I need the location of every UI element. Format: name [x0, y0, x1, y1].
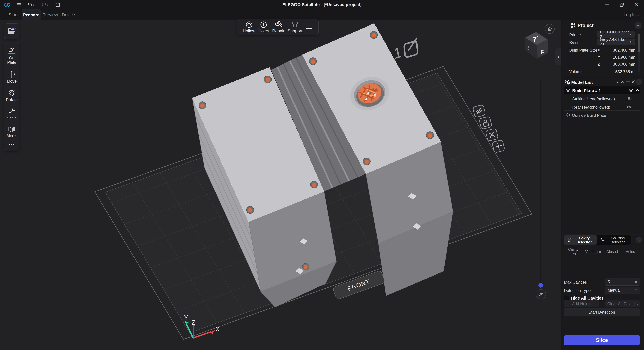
axis-z: Z: [598, 62, 600, 67]
outside-build-plate-row[interactable]: Outside Build Plate: [572, 113, 606, 118]
sidebar-item-scale[interactable]: Scale: [7, 108, 17, 120]
stepper-icon[interactable]: [635, 280, 637, 283]
model-list-icon: [565, 80, 570, 85]
hollow-button[interactable]: Hollow: [243, 21, 255, 33]
sort-icon: [599, 250, 602, 253]
axis-y-value: 161.980 mm: [613, 55, 635, 60]
more-dots-icon: [306, 28, 313, 29]
clipping-slider-handle[interactable]: [538, 283, 543, 288]
layers-icon: [566, 113, 570, 117]
orbit-cube-icon: [538, 292, 544, 297]
scale-icon: [8, 108, 16, 115]
sidebar-item-move[interactable]: Move: [7, 71, 17, 83]
minimize-button[interactable]: [604, 2, 610, 8]
max-cavities-input[interactable]: 5: [605, 278, 640, 285]
axis-y-label: Y: [184, 314, 188, 321]
import-model-button[interactable]: [4, 24, 20, 39]
detection-collapse-button[interactable]: [636, 237, 642, 243]
lock-plate-button[interactable]: [479, 116, 492, 129]
column-volume[interactable]: Volume: [585, 249, 602, 254]
slice-button[interactable]: Slice: [564, 335, 640, 345]
right-panel: Project Printer ELEGOO Jupiter 2▼ Resin …: [561, 21, 644, 350]
chevron-up-icon: [638, 239, 640, 241]
build-plate-row[interactable]: Build Plate # 1: [564, 86, 640, 94]
detection-type-value: Manual: [608, 288, 620, 293]
home-view-button[interactable]: [545, 24, 554, 34]
section-divider: [562, 234, 644, 234]
collapse-row-icon[interactable]: [636, 89, 640, 92]
model-item-striking-head[interactable]: Striking Head(hollowed): [572, 97, 615, 101]
detection-tab-bar: CavityDetection CollisionDetection: [564, 235, 631, 245]
tab-prepare[interactable]: Prepare: [22, 9, 41, 21]
model-list-add-button[interactable]: [626, 80, 630, 85]
layers-icon: [566, 88, 570, 93]
section-view-button[interactable]: [536, 289, 546, 299]
hollow-icon: [246, 21, 252, 28]
detection-type-label: Detection Type: [564, 288, 591, 293]
add-holes-button[interactable]: Add Holes: [564, 300, 599, 307]
tab-cavity-detection[interactable]: CavityDetection: [564, 235, 598, 245]
sidebar-item-more[interactable]: [8, 144, 16, 145]
volume-label: Volume: [569, 70, 582, 74]
plate-number: 1: [393, 44, 402, 62]
repair-icon: [275, 21, 282, 28]
cavity-icon: [567, 238, 571, 242]
tab-collision-detection[interactable]: CollisionDetection: [598, 235, 631, 245]
viewport-3d-scene[interactable]: 1: [0, 0, 644, 350]
tab-start[interactable]: Start: [5, 9, 21, 21]
eye-icon[interactable]: [626, 97, 632, 100]
minimize-icon: [605, 4, 608, 5]
scroll-down-icon[interactable]: ⌄: [638, 72, 640, 75]
detection-type-dropdown[interactable]: Manual▼: [605, 286, 640, 294]
build-plate-size-label: Build Plate Size: [569, 48, 598, 53]
holes-button[interactable]: Holes: [258, 21, 269, 33]
model-list-prev-button[interactable]: [616, 81, 620, 84]
max-cavities-label: Max Cavities: [564, 280, 587, 284]
repair-button[interactable]: Repair: [272, 21, 284, 33]
scrollbar-thumb[interactable]: [638, 34, 640, 52]
model-list-remove-button[interactable]: [631, 80, 635, 84]
build-plate-row-label: Build Plate # 1: [572, 88, 601, 93]
move-icon: [8, 71, 16, 78]
add-plate-button[interactable]: [492, 140, 505, 153]
sidebar-item-mirror[interactable]: Mirror: [6, 126, 17, 138]
axis-x-value: 302.400 mm: [613, 48, 635, 53]
eye-icon[interactable]: [626, 105, 632, 109]
resin-dropdown[interactable]: Grey ABS-Like 2.0▼: [597, 39, 635, 45]
chevron-up-icon: [637, 25, 640, 26]
chevron-down-icon: [616, 81, 620, 83]
model-list-collapse-button[interactable]: [636, 79, 642, 85]
clear-all-cavities-button[interactable]: Clear All Cavities: [605, 300, 640, 307]
support-button[interactable]: Support: [288, 21, 302, 33]
axis-x: X: [598, 48, 600, 53]
project-collapse-button[interactable]: [635, 22, 642, 29]
tab-preview[interactable]: Preview: [41, 9, 59, 21]
home-icon: [548, 27, 552, 31]
panel-collapse-handle[interactable]: ›: [556, 48, 562, 65]
scroll-up-icon[interactable]: ⌃: [638, 30, 640, 33]
hide-plate-button[interactable]: [472, 105, 486, 118]
mode-tab-bar: Start Prepare Preview Device Log In⌄: [0, 9, 644, 21]
plus-icon: [626, 80, 630, 84]
printer-dropdown[interactable]: ELEGOO Jupiter 2▼: [597, 31, 635, 38]
volume-value: 532.785 ml: [615, 70, 635, 74]
delete-plate-button[interactable]: [485, 128, 498, 141]
close-button[interactable]: [634, 2, 640, 8]
sidebar-item-rotate[interactable]: Rotate: [6, 89, 18, 102]
model-list-next-button[interactable]: [620, 81, 624, 84]
restore-button[interactable]: [619, 2, 625, 8]
model-toolbar: Hollow Holes Repair Support: [237, 19, 319, 35]
chevron-down-icon: ▼: [629, 33, 632, 36]
model-item-rear-head[interactable]: Rear Head(hollowed): [572, 105, 610, 110]
tab-device[interactable]: Device: [60, 9, 77, 21]
start-detection-button[interactable]: Start Detection: [564, 308, 640, 316]
scrollbar-track[interactable]: [638, 33, 640, 72]
transform-toolbar: On Plate Move Rotate Scale Mirror: [4, 42, 20, 151]
mirror-icon: [8, 126, 16, 132]
clipping-slider-track[interactable]: [540, 79, 541, 285]
login-button[interactable]: Log In⌄: [624, 9, 639, 21]
holes-icon: [260, 21, 267, 28]
eye-icon[interactable]: [628, 89, 634, 92]
toolbar-more-button[interactable]: [306, 25, 313, 29]
sidebar-item-on-plate[interactable]: On Plate: [4, 48, 19, 65]
